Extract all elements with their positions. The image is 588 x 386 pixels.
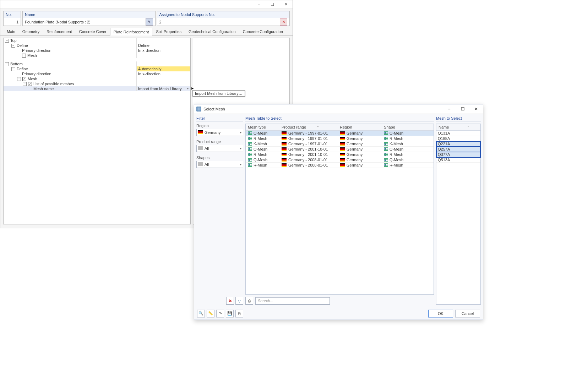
mesh-icon (384, 131, 388, 135)
dialog-close-button[interactable]: ✕ (469, 104, 483, 114)
list-item[interactable]: Q377A (436, 152, 480, 157)
region-label: Region (196, 124, 243, 128)
tree-define-bottom[interactable]: Define (17, 66, 28, 71)
export-icon-button[interactable]: ↷ (216, 310, 224, 317)
mesh-icon (248, 153, 252, 156)
copy-icon-button[interactable]: ⎘ (235, 310, 243, 317)
name-field: Name Foundation Plate (Nodal Supports : … (22, 11, 156, 26)
list-item[interactable]: Q221A (436, 141, 480, 147)
germany-flag-icon (340, 163, 345, 167)
table-row[interactable]: K-MeshGermany - 1997-01-01GermanyK-Mesh (246, 141, 434, 147)
tab-plate-reinforcement[interactable]: Plate Reinforcement (110, 28, 153, 36)
reset-filter-button[interactable]: ✖ (226, 297, 234, 305)
mesh-name-dropdown[interactable]: Import from Mesh Library▾ (136, 86, 190, 91)
no-field: No. 1 (3, 11, 21, 26)
tree-mesh-bottom[interactable]: Mesh (28, 76, 37, 81)
save-icon-button[interactable]: 💾 (226, 310, 234, 317)
region-combo[interactable]: Germany ▾ (196, 129, 243, 136)
define-value[interactable]: Define (136, 43, 190, 48)
tab-geometry[interactable]: Geometry (19, 27, 43, 35)
collapse-icon[interactable]: − (5, 39, 9, 43)
measure-icon-button[interactable]: 📏 (207, 310, 214, 317)
dialog-maximize-button[interactable]: ☐ (456, 104, 469, 114)
mesh-select-list[interactable]: Name⌃ Q131AQ188AQ221AQ257AQ377AQ513A (436, 124, 481, 305)
list-item[interactable]: Q513A (436, 157, 480, 163)
assigned-field: Assigned to Nodal Supports No. 2 ✕ (157, 11, 290, 26)
all-swatch-icon (198, 146, 203, 150)
close-button[interactable]: ✕ (279, 0, 293, 9)
tree-list-possible[interactable]: List of possible meshes (33, 81, 74, 86)
list-item[interactable]: Q257A (436, 147, 480, 152)
mesh-checkbox-checked[interactable]: ✓ (22, 77, 26, 81)
tree-top[interactable]: Top (10, 38, 17, 43)
shapes-combo[interactable]: All ▾ (196, 161, 243, 168)
list-item[interactable]: Q131A (436, 131, 480, 136)
sort-asc-icon: ⌃ (317, 126, 319, 129)
edit-name-button[interactable]: ✎ (146, 18, 153, 26)
collapse-icon[interactable]: − (5, 62, 9, 66)
list-possible-checkbox[interactable]: ✓ (28, 82, 32, 86)
table-row[interactable]: R-MeshGermany - 1997-01-01GermanyR-Mesh (246, 136, 434, 141)
col-shape[interactable]: Shape (382, 124, 434, 130)
col-range[interactable]: Product range⌃ (279, 124, 338, 130)
mesh-table-header[interactable]: Mesh type Product range⌃ Region Shape (246, 124, 434, 131)
cancel-button[interactable]: Cancel (455, 310, 480, 317)
search-icon-button[interactable]: 🔍 (197, 310, 205, 317)
mesh-icon (248, 137, 252, 140)
no-value[interactable]: 1 (4, 18, 21, 26)
col-type[interactable]: Mesh type (246, 124, 279, 130)
tree-mesh-top[interactable]: Mesh (27, 53, 37, 58)
tab-concrete-cover[interactable]: Concrete Cover (76, 27, 110, 35)
search-input[interactable]: Search... (255, 297, 330, 305)
germany-flag-icon (198, 130, 203, 134)
collapse-icon[interactable]: − (17, 77, 21, 81)
collapse-icon[interactable]: − (11, 67, 15, 71)
collapse-icon[interactable]: − (23, 82, 27, 86)
maximize-button[interactable]: ☐ (266, 0, 279, 9)
mesh-checkbox[interactable] (22, 54, 26, 58)
table-row[interactable]: Q-MeshGermany - 2008-01-01GermanyQ-Mesh (246, 157, 434, 163)
library-button[interactable]: ⎙ (245, 297, 253, 305)
germany-flag-icon (282, 147, 287, 151)
list-item[interactable]: Q188A (436, 136, 480, 141)
minimize-button[interactable]: − (252, 0, 266, 9)
product-range-combo[interactable]: All ▾ (196, 145, 243, 152)
tree-primary-dir[interactable]: Primary direction (22, 48, 51, 53)
property-tree[interactable]: −Top −DefineDefine Primary directionIn x… (3, 38, 191, 224)
tab-main[interactable]: Main (3, 27, 19, 35)
table-row[interactable]: R-MeshGermany - 2001-10-01GermanyR-Mesh (246, 152, 434, 157)
product-range-value: All (205, 146, 209, 151)
tab-geotechnical-configuration[interactable]: Geotechnical Configuration (185, 27, 239, 35)
tree-primary-dir2[interactable]: Primary direction (22, 71, 51, 76)
dialog-footer: 🔍 📏 ↷ 💾 ⎘ OK Cancel (194, 307, 483, 320)
filter-toggle-button[interactable]: ▽ (235, 297, 243, 305)
table-row[interactable]: Q-MeshGermany - 1997-01-01GermanyQ-Mesh (246, 131, 434, 136)
assigned-value[interactable]: 2 (159, 20, 162, 24)
mesh-select-header[interactable]: Name⌃ (436, 124, 480, 131)
clear-assigned-button[interactable]: ✕ (280, 18, 287, 26)
mesh-icon (384, 137, 388, 140)
mesh-icon (248, 142, 252, 146)
col-region[interactable]: Region (338, 124, 382, 130)
define-bottom-value[interactable]: Automatically (136, 66, 190, 71)
tree-define[interactable]: Define (17, 43, 28, 48)
mesh-table-list[interactable]: Mesh type Product range⌃ Region Shape Q-… (245, 124, 434, 295)
region-value: Germany (205, 130, 220, 135)
tab-reinforcement[interactable]: Reinforcement (43, 27, 76, 35)
shapes-value: All (205, 162, 209, 167)
tree-mesh-name[interactable]: Mesh name (33, 86, 54, 91)
mesh-icon (248, 158, 252, 162)
primary-dir2-value[interactable]: In x-direction (136, 71, 190, 76)
primary-dir-value[interactable]: In x-direction (136, 48, 190, 53)
table-row[interactable]: Q-MeshGermany - 2001-10-01GermanyQ-Mesh (246, 147, 434, 152)
tree-bottom[interactable]: Bottom (10, 61, 23, 66)
ok-button[interactable]: OK (428, 310, 453, 317)
table-row[interactable]: R-MeshGermany - 2008-01-01GermanyR-Mesh (246, 163, 434, 168)
dialog-minimize-button[interactable]: − (442, 104, 456, 114)
chevron-down-icon[interactable]: ▾ (185, 87, 190, 91)
name-value[interactable]: Foundation Plate (Nodal Supports : 2) (25, 20, 91, 24)
tab-concrete-configuration[interactable]: Concrete Configuration (239, 27, 287, 35)
select-mesh-dialog: Select Mesh − ☐ ✕ Filter Region Germany … (194, 104, 483, 320)
tab-soil-properties[interactable]: Soil Properties (152, 27, 185, 35)
collapse-icon[interactable]: − (11, 44, 15, 48)
